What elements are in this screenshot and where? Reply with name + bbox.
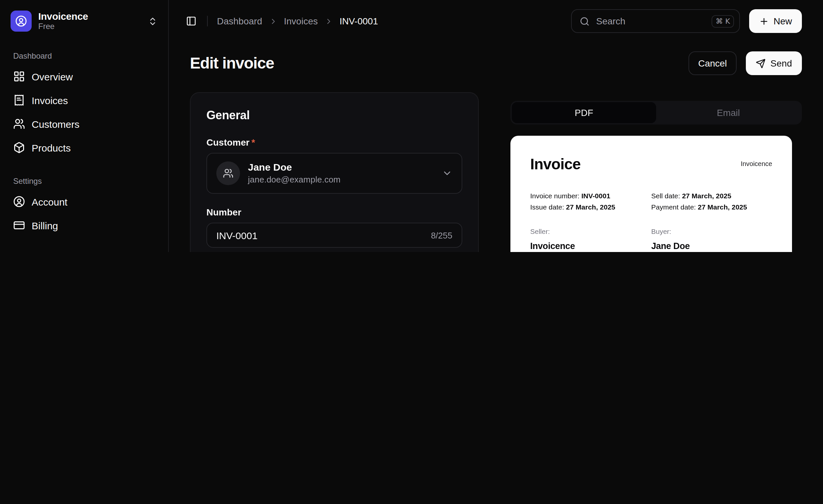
workspace-plan: Free [38, 23, 88, 32]
sidebar-item-billing[interactable]: Billing [8, 214, 160, 237]
plus-icon [759, 16, 769, 26]
send-button[interactable]: Send [746, 51, 802, 75]
cancel-button[interactable]: Cancel [688, 51, 736, 75]
invoice-brand: Invoicence [740, 160, 772, 167]
sidebar-item-label: Overview [32, 71, 73, 82]
customer-select[interactable]: Jane Doe jane.doe@example.com [206, 153, 462, 194]
main: Dashboard Invoices INV-0001 ⌘ K New Edit… [169, 0, 823, 252]
sidebar-item-products[interactable]: Products [8, 136, 160, 160]
customer-name: Jane Doe [248, 162, 341, 174]
page-title: Edit invoice [190, 54, 274, 72]
search-icon [580, 16, 590, 26]
credit-card-icon [13, 219, 25, 231]
number-field: Number INV-0001 8/255 [206, 207, 462, 248]
sidebar-item-label: Account [32, 196, 67, 207]
sidebar: Invoicence Free Dashboard Overview Invoi… [0, 0, 169, 252]
invoice-number-label: Invoice number: [530, 192, 579, 200]
topbar: Dashboard Invoices INV-0001 ⌘ K New [169, 0, 823, 42]
box-icon [13, 142, 25, 154]
circle-user-icon [15, 15, 27, 27]
panel-left-icon [186, 16, 196, 26]
invoice-title: Invoice [530, 156, 581, 173]
required-asterisk: * [252, 137, 255, 148]
chevrons-up-down-icon [148, 16, 158, 26]
sidebar-item-label: Customers [32, 118, 79, 130]
search-shortcut-badge: ⌘ K [712, 15, 734, 27]
breadcrumb: Dashboard Invoices INV-0001 [217, 16, 378, 26]
sidebar-section-settings: Settings Account Billing [8, 174, 160, 237]
sidebar-item-customers[interactable]: Customers [8, 112, 160, 136]
issue-date-meta-value: 27 March, 2025 [566, 203, 615, 211]
customer-label: Customer* [206, 137, 462, 148]
customer-email: jane.doe@example.com [248, 175, 341, 186]
invoice-number-value: INV-0001 [581, 192, 610, 200]
sell-date-meta-value: 27 March, 2025 [682, 192, 731, 200]
app-logo [11, 11, 32, 32]
section-label: Dashboard [8, 49, 160, 64]
sidebar-section-dashboard: Dashboard Overview Invoices Customers Pr… [8, 49, 160, 160]
circle-user-icon [13, 196, 25, 208]
general-card: General Customer* Jane Doe jane.doe@exam… [190, 92, 479, 252]
number-value: INV-0001 [216, 230, 258, 241]
tab-pdf[interactable]: PDF [512, 102, 656, 123]
preview-panel: PDF Email Invoice Invoicence Invoice num… [510, 92, 802, 252]
users-icon [223, 168, 233, 179]
workspace-switcher[interactable]: Invoicence Free [8, 8, 160, 34]
buyer-label: Buyer: [651, 227, 772, 235]
payment-date-meta-value: 27 March, 2025 [698, 203, 747, 211]
customer-avatar [216, 162, 240, 185]
page-header: Edit invoice Cancel Send [169, 42, 823, 92]
invoice-meta: Invoice number: INV-0001 Issue date: 27 … [530, 190, 772, 213]
search-input[interactable]: ⌘ K [571, 9, 740, 33]
char-counter: 8/255 [431, 230, 452, 240]
topbar-divider [207, 16, 208, 26]
preview-tabs: PDF Email [510, 101, 802, 124]
general-card-title: General [206, 109, 462, 122]
breadcrumb-current: INV-0001 [340, 16, 378, 26]
sell-date-meta-label: Sell date: [651, 192, 680, 200]
layout-grid-icon [13, 70, 25, 82]
breadcrumb-invoices[interactable]: Invoices [284, 16, 318, 26]
customer-field: Customer* Jane Doe jane.doe@example.com [206, 137, 462, 194]
new-button[interactable]: New [749, 9, 802, 33]
sidebar-item-invoices[interactable]: Invoices [8, 88, 160, 112]
receipt-icon [13, 94, 25, 106]
chevron-down-icon [442, 168, 452, 179]
sidebar-item-label: Products [32, 142, 70, 153]
workspace-name: Invoicence [38, 11, 88, 22]
send-icon [756, 58, 766, 68]
buyer-name: Jane Doe [651, 241, 772, 251]
users-icon [13, 118, 25, 130]
invoice-parties: Seller: Invoicence name@example.com, Buy… [530, 227, 772, 252]
seller-label: Seller: [530, 227, 651, 235]
section-label: Settings [8, 174, 160, 190]
breadcrumb-dashboard[interactable]: Dashboard [217, 16, 262, 26]
issue-date-meta-label: Issue date: [530, 203, 564, 211]
seller-block: Seller: Invoicence name@example.com, [530, 227, 651, 252]
sidebar-item-label: Invoices [32, 94, 68, 106]
content: General Customer* Jane Doe jane.doe@exam… [169, 92, 823, 252]
sidebar-item-label: Billing [32, 220, 58, 231]
search-field[interactable] [595, 15, 707, 27]
sidebar-spacer [8, 237, 160, 252]
sidebar-item-overview[interactable]: Overview [8, 64, 160, 88]
buyer-block: Buyer: Jane Doe Marszalkowska 7, 00-000,… [651, 227, 772, 252]
invoice-preview: Invoice Invoicence Invoice number: INV-0… [510, 136, 792, 252]
sidebar-item-account[interactable]: Account [8, 190, 160, 214]
app: Invoicence Free Dashboard Overview Invoi… [0, 0, 823, 252]
payment-date-meta-label: Payment date: [651, 203, 696, 211]
seller-name: Invoicence [530, 241, 651, 251]
chevron-right-icon [269, 17, 277, 25]
number-label: Number [206, 207, 462, 217]
number-input[interactable]: INV-0001 8/255 [206, 223, 462, 248]
tab-email[interactable]: Email [656, 102, 801, 123]
sidebar-toggle-button[interactable] [182, 12, 200, 30]
chevron-right-icon [324, 17, 333, 25]
